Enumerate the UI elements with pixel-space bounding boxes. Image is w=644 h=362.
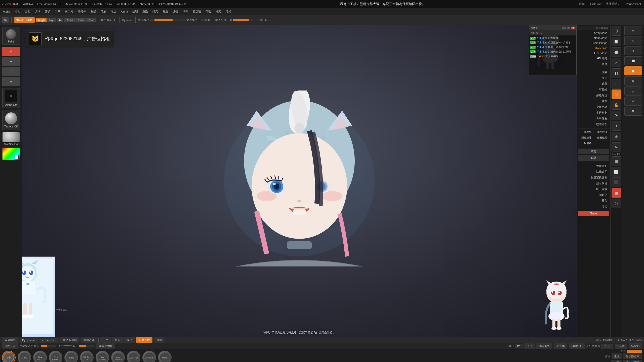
menu-brush[interactable]: 笔刷 bbox=[99, 9, 108, 14]
brush-zmodeler[interactable]: ZModeler bbox=[127, 351, 140, 362]
menu-ztime[interactable]: ZTime▶ 3.409 bbox=[116, 2, 136, 6]
bottom-cust2[interactable]: Cust2 bbox=[615, 344, 627, 349]
menu-light2[interactable]: 灯光 bbox=[224, 9, 233, 14]
btn-selective-mask[interactable]: 标识性遮罩 bbox=[623, 353, 642, 359]
bottom-half[interactable]: 一半 bbox=[100, 337, 111, 343]
trp-btn-polygroup[interactable]: 多边形组 bbox=[578, 93, 609, 98]
mrgb-btn[interactable]: Mrgb bbox=[36, 18, 47, 22]
menu-paint[interactable]: 绘制 bbox=[13, 9, 22, 14]
brush-sk-clay-fill[interactable]: SK_Clay Fill bbox=[80, 351, 94, 362]
chat-close-btn[interactable]: × bbox=[571, 27, 575, 29]
bottom-double[interactable]: 双倍 bbox=[124, 337, 135, 343]
btn-front[interactable]: 正面 bbox=[612, 353, 622, 359]
right-btn-move[interactable]: ✥ bbox=[624, 46, 642, 55]
rs-icon-6[interactable]: ↔ bbox=[612, 79, 621, 88]
rgb-btn[interactable]: Rgb bbox=[47, 18, 56, 22]
bottom-mirror-weld[interactable]: 镜像并焊接 bbox=[96, 343, 115, 349]
chat-maximize-btn[interactable]: □ bbox=[567, 27, 570, 29]
menu-render[interactable]: 渲染 bbox=[140, 9, 150, 14]
trp-btn-disp-map[interactable]: 置换贴图 bbox=[578, 163, 609, 169]
menu-sub-tool[interactable]: 次工具 bbox=[63, 9, 75, 14]
right-btn-8[interactable]: ⊕ bbox=[624, 97, 642, 106]
trp-btn-add-tex[interactable]: 添加纹理 bbox=[594, 130, 610, 135]
rs-icon-5[interactable]: ◧ bbox=[612, 68, 621, 78]
right-btn-7[interactable]: △ bbox=[624, 86, 642, 96]
quick-save[interactable]: QuickSave bbox=[588, 2, 603, 6]
bottom-cube[interactable]: 立方体 bbox=[554, 343, 567, 349]
rs-icon-3[interactable]: ⬤ bbox=[612, 47, 621, 57]
trp-btn-feedback[interactable]: 反馈色 bbox=[578, 141, 593, 146]
chat-input-row[interactable]: 发送 bbox=[529, 75, 576, 75]
menu-light[interactable]: 灯光 bbox=[150, 9, 160, 14]
rs-icon-9[interactable]: ✦ bbox=[612, 121, 621, 131]
left-btn-2[interactable]: ✥ bbox=[2, 57, 20, 66]
zcut-btn[interactable]: Zcut bbox=[86, 18, 96, 22]
trp-btn-nanomesh[interactable]: NanoMesh bbox=[578, 36, 609, 40]
rs-icon-11[interactable]: ⊗ bbox=[612, 142, 621, 152]
trp-btn-export[interactable]: 导出 bbox=[578, 204, 609, 209]
trp-btn-poly-edit[interactable]: 多边形制 bbox=[578, 110, 609, 115]
brush-zproject[interactable]: ZProject bbox=[142, 351, 156, 362]
menu-doc[interactable]: 文档 bbox=[23, 9, 32, 14]
trp-btn-texture-map[interactable]: 校理贴图 bbox=[578, 122, 609, 127]
trp-btn-fibermesh[interactable]: FiberMesh bbox=[578, 51, 609, 55]
trp-btn-trim-scale[interactable]: 修整缩放 bbox=[594, 135, 610, 140]
bottom-zremesher[interactable]: ZRemesher bbox=[39, 338, 59, 343]
brush-oth[interactable]: oth bbox=[2, 351, 16, 362]
canvas-area[interactable]: 🐱 约稿qq:823062149，广告位招租 bbox=[22, 25, 577, 337]
rs-icon-1[interactable]: ⬡ bbox=[612, 26, 621, 36]
bottom-dynamesh[interactable]: Dynamesh bbox=[20, 338, 38, 343]
trp-btn-init[interactable]: 初始化 bbox=[578, 192, 609, 198]
brush-preview-btn[interactable]: 预览布尔染色 bbox=[14, 17, 35, 23]
brush-move[interactable]: Move bbox=[18, 351, 31, 362]
right-btn-9[interactable]: 🔍 bbox=[624, 107, 642, 116]
m-btn[interactable]: M bbox=[57, 18, 63, 22]
left-btn-3[interactable]: ⬡ bbox=[2, 67, 20, 76]
menu-geometry[interactable]: 几何体 bbox=[76, 9, 88, 14]
left-btn-1[interactable]: 🖌 bbox=[2, 47, 20, 56]
trp-btn-visibility[interactable]: 可见性 bbox=[578, 87, 609, 92]
right-btn-4[interactable]: ⬜ bbox=[624, 56, 642, 65]
menu-alpha[interactable]: Alpha bbox=[1, 10, 12, 14]
rs-icon-2[interactable]: 🔲 bbox=[612, 37, 621, 46]
trp-create-btn[interactable]: 创建 bbox=[578, 155, 609, 161]
trp-btn-hd-geo[interactable]: HD 几何 bbox=[578, 56, 609, 61]
right-btn-scale[interactable]: ⤡ bbox=[624, 36, 642, 45]
trp-btn-display-attr[interactable]: 显示属性 bbox=[578, 181, 609, 186]
bottom-freeze[interactable]: 冻法 bbox=[524, 343, 535, 349]
trp-btn-transform[interactable]: 变换 bbox=[578, 70, 609, 75]
bottom-same[interactable]: 相同 bbox=[112, 337, 123, 343]
dynamic-label[interactable]: Dynamic bbox=[122, 19, 133, 22]
trp-btn-thickskin[interactable]: Thick Skin bbox=[578, 46, 609, 50]
paint-tool-btn[interactable]: Paint bbox=[2, 27, 20, 45]
menu-arona[interactable]: ARONA bbox=[22, 2, 34, 6]
bottom-clear[interactable]: 清除割 bbox=[629, 343, 642, 349]
trp-btn-arraymesh[interactable]: ArrayMesh bbox=[578, 31, 609, 35]
left-btn-4[interactable]: ⊕ bbox=[2, 77, 20, 86]
menu-plugin[interactable]: 插件 bbox=[181, 9, 190, 14]
menu-frame[interactable]: 框架 bbox=[214, 9, 223, 14]
bottom-keep-poly[interactable]: 保持多边形 bbox=[60, 337, 79, 343]
rs-icon-12[interactable]: ▦ bbox=[612, 156, 621, 166]
menu-transform[interactable]: 变换 bbox=[43, 9, 52, 14]
color-picker-btn[interactable] bbox=[2, 148, 20, 160]
rs-icon-10[interactable]: ⊕ bbox=[612, 132, 621, 141]
rs-icon-red[interactable]: ▦ bbox=[612, 188, 621, 198]
right-btn-5[interactable]: ⬤ bbox=[624, 66, 642, 75]
chat-minimize-btn[interactable]: − bbox=[562, 27, 566, 29]
draw-size-slider[interactable] bbox=[154, 19, 173, 21]
trp-btn-normal-map[interactable]: 法线贴图 bbox=[578, 169, 609, 174]
trp-btn-import[interactable]: 导入 bbox=[578, 198, 609, 203]
trp-btn-new-proc[interactable]: 新建处理 bbox=[578, 135, 593, 140]
bottom-cust1[interactable]: Cust1 bbox=[601, 344, 614, 349]
btn-edge[interactable]: 边形 bbox=[611, 360, 622, 362]
rs-icon-orange[interactable]: ⬡ bbox=[612, 89, 621, 99]
brush-paint[interactable]: Paint bbox=[158, 351, 172, 362]
bottom-hide-poly[interactable]: 多边隐藏 bbox=[2, 337, 18, 343]
skin-shade-btn[interactable]: SkinShade4 bbox=[3, 132, 20, 146]
menu-material[interactable]: 材质 bbox=[160, 9, 170, 14]
rgb-intensity-slider[interactable] bbox=[233, 19, 249, 21]
trp-btn-slimebridge[interactable]: Slime Bridge bbox=[578, 41, 609, 45]
right-btn-rotate[interactable]: ↺ bbox=[624, 26, 642, 35]
color-bar[interactable] bbox=[627, 350, 642, 353]
